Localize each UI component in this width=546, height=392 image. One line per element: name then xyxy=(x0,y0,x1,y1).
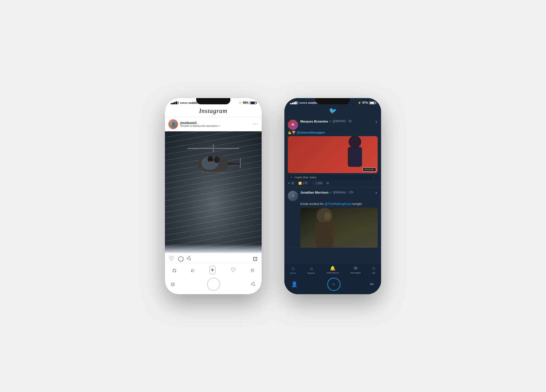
tw-home-label: Home xyxy=(290,272,296,274)
jm-expand-icon[interactable]: ∨ xyxy=(375,191,378,195)
bluetooth-icon: ⚡ xyxy=(238,101,242,104)
tweet-body-end: tonight xyxy=(351,202,362,206)
tw-status-right: ⚡ 97% xyxy=(358,101,375,104)
retweet-count: 275 xyxy=(303,182,308,185)
nav-search-icon[interactable]: ⌕ xyxy=(191,267,194,273)
instagram-screen: ●●●●● vodafone NL 14:08 ⚡ 98% Instagram xyxy=(165,98,262,294)
svg-rect-13 xyxy=(348,147,362,167)
tw-explore-icon: ⌕ xyxy=(310,265,313,271)
music-more-icon[interactable]: ⋮ xyxy=(372,176,375,179)
instagram-logo: Instagram xyxy=(199,107,227,115)
tw-battery-text: 97% xyxy=(362,101,368,104)
edit-button[interactable]: ✏ xyxy=(370,281,374,287)
retweet-stat[interactable]: 🔁 275 xyxy=(298,182,308,185)
twitter-logo-bar: 🐦 xyxy=(284,106,381,117)
signal-dot-1 xyxy=(171,103,172,104)
tw-dot-1 xyxy=(290,103,291,104)
bookmark-button[interactable]: ⊡ xyxy=(253,255,258,262)
nav-explore[interactable]: ⌕ Explore xyxy=(307,265,315,274)
like-stat[interactable]: ♡ 2,206 xyxy=(312,182,322,185)
nav-home[interactable]: ⌂ Home xyxy=(290,265,296,274)
signal-dots xyxy=(171,101,179,104)
nav-add-icon[interactable]: + xyxy=(209,266,216,274)
tweet-name-row-mkbhd: Marques Brownlee ✔ @MKBHD · 9h xyxy=(300,120,373,123)
tweet-jm: J Jonathan Morrison ✔ @tldtoday · 12h ∨ xyxy=(284,188,381,248)
post-location[interactable]: Whistler & Blackcomb Mountains > xyxy=(180,125,220,127)
walking-dead-scene xyxy=(300,208,378,248)
twitter-feed: M Marques Brownlee ✔ @MKBHD · 9h ∨ xyxy=(284,117,381,263)
svg-rect-4 xyxy=(228,163,241,165)
reply-count: 32 xyxy=(291,182,294,185)
twitter-screen: ●●●●● vodafone NL 14:23 ⚡ 97% 🐦 xyxy=(284,98,381,294)
dm-icon: ✉ xyxy=(326,182,329,185)
mkbhd-handle: @MKBHD xyxy=(333,120,346,123)
tw-msg-icon: ✉ xyxy=(354,266,357,271)
jm-avatar[interactable]: J xyxy=(288,191,298,201)
share-button[interactable]: ▷ xyxy=(186,255,193,262)
direct-icon[interactable]: ▷ xyxy=(250,281,257,288)
tw-notif-label: Notifications xyxy=(327,271,339,274)
retweet-icon: 🔁 xyxy=(298,182,302,185)
tw-battery-fill xyxy=(370,102,374,104)
music-add-icon[interactable]: + xyxy=(291,176,292,179)
twitter-bottom-bar: 👤 ○ ✏ xyxy=(284,275,381,294)
helicopter-scene xyxy=(165,131,262,253)
more-options-icon[interactable]: ··· xyxy=(253,122,258,127)
music-controls: + Angels (feat. Saba) xyxy=(291,176,316,179)
tweet-link[interactable]: @TheWalkingDead xyxy=(324,202,351,206)
tweet-header-jm: J Jonathan Morrison ✔ @tldtoday · 12h ∨ xyxy=(288,191,378,201)
tweet-media-jm xyxy=(300,208,378,248)
twitter-app: ●●●●● vodafone NL 14:23 ⚡ 97% 🐦 xyxy=(284,98,381,294)
signal-carrier: ●●●●● vodafone NL xyxy=(171,101,204,104)
helicopter-svg xyxy=(185,140,242,191)
tweet-mention[interactable]: 💪🏆 @chancetherapper xyxy=(288,131,378,134)
nav-likes-icon[interactable]: ♡ xyxy=(231,267,236,273)
svg-point-12 xyxy=(349,136,361,148)
tweet-expand-icon[interactable]: ∨ xyxy=(375,120,378,124)
nav-me[interactable]: ○ Me xyxy=(372,265,375,274)
tw-bluetooth-icon: ⚡ xyxy=(358,101,361,104)
jm-time: · 12h xyxy=(347,191,353,194)
add-friend-button[interactable]: 👤 xyxy=(291,281,297,287)
compose-button[interactable]: ○ xyxy=(327,278,340,291)
post-actions: ♡ ◯ ▷ ⊡ xyxy=(165,253,262,263)
tw-time: 14:23 xyxy=(336,101,345,105)
jm-name: Jonathan Morrison xyxy=(300,191,328,194)
dm-stat[interactable]: ✉ xyxy=(326,182,329,185)
wd-bg-texture xyxy=(300,208,378,248)
instagram-header: Instagram xyxy=(165,106,262,117)
instagram-username: jonolsson1 xyxy=(180,121,220,125)
tw-notif-icon: 🔔 xyxy=(330,266,336,271)
camera-icon[interactable]: ⊙ xyxy=(171,281,175,287)
comment-button[interactable]: ◯ xyxy=(178,256,184,262)
nav-home-icon[interactable]: ⌂ xyxy=(172,266,176,274)
tweet-name-row-jm: Jonathan Morrison ✔ @tldtoday · 12h xyxy=(300,191,373,194)
status-time: 14:08 xyxy=(217,101,226,105)
nav-notifications[interactable]: 🔔 Notifications xyxy=(327,266,339,274)
jm-avatar-inner: J xyxy=(288,191,298,201)
post-user[interactable]: 👤 jonolsson1 Whistler & Blackcomb Mounta… xyxy=(168,119,220,129)
tw-explore-label: Explore xyxy=(307,272,315,274)
reply-stat[interactable]: ↩ 32 xyxy=(288,182,294,185)
tweet-meta-jm: Jonathan Morrison ✔ @tldtoday · 12h xyxy=(300,191,373,194)
signal-dot-5 xyxy=(177,101,179,104)
like-button[interactable]: ♡ xyxy=(169,255,174,262)
tw-dot-2 xyxy=(292,103,293,104)
tw-dot-3 xyxy=(293,102,295,104)
carrier-text: ●●●●● vodafone NL xyxy=(180,101,204,104)
tweet-header-mkbhd: M Marques Brownlee ✔ @MKBHD · 9h ∨ xyxy=(288,120,378,130)
jm-verified-icon: ✔ xyxy=(330,191,332,194)
battery-text: 98% xyxy=(243,101,249,104)
tweet-meta-mkbhd: Marques Brownlee ✔ @MKBHD · 9h xyxy=(300,120,373,123)
tw-me-label: Me xyxy=(372,272,375,274)
tweet-mkbhd: M Marques Brownlee ✔ @MKBHD · 9h ∨ xyxy=(284,117,381,188)
user-info: jonolsson1 Whistler & Blackcomb Mountain… xyxy=(180,121,220,127)
like-icon: ♡ xyxy=(312,182,314,185)
nav-messages[interactable]: ✉ Messages xyxy=(350,266,361,274)
avatar-face: 👤 xyxy=(169,120,177,128)
nav-profile-icon[interactable]: ○ xyxy=(251,266,254,274)
mkbhd-avatar[interactable]: M xyxy=(288,120,298,130)
tw-me-icon: ○ xyxy=(372,265,375,271)
twitter-nav: ⌂ Home ⌕ Explore 🔔 Notifications ✉ Messa… xyxy=(284,263,381,275)
music-bar: + Angels (feat. Saba) ⋮ xyxy=(288,175,378,180)
